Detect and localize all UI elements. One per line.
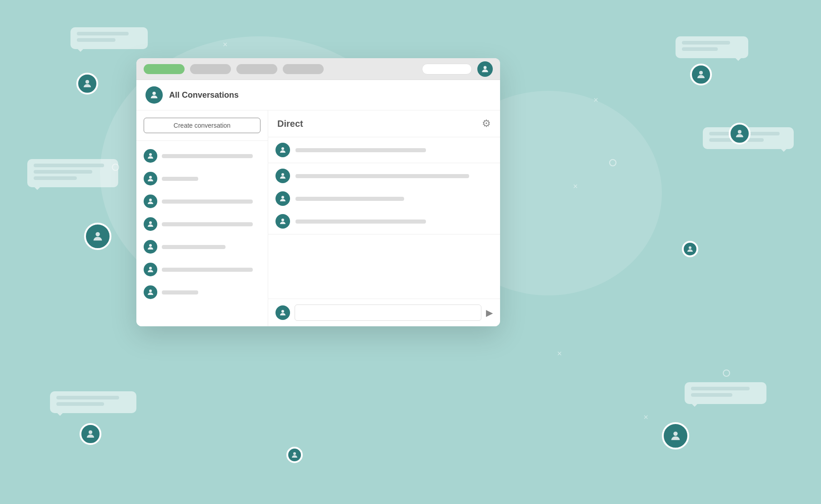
svg-point-5 xyxy=(689,246,691,249)
x-mark-1: × xyxy=(223,40,228,50)
app-window: All Conversations Create conversation xyxy=(136,58,500,326)
x-mark-5: × xyxy=(643,413,648,422)
sidebar-avatar-5 xyxy=(144,240,157,254)
dec-bubble-rb xyxy=(685,382,766,404)
sidebar-list xyxy=(136,141,268,326)
svg-point-0 xyxy=(85,80,89,84)
create-conversation-button[interactable]: Create conversation xyxy=(144,118,260,133)
header-avatar xyxy=(145,86,163,104)
message-row-3[interactable] xyxy=(268,186,500,209)
dec-bubble-lm xyxy=(27,159,118,187)
scene-avatar-4 xyxy=(690,64,712,85)
message-avatar-4 xyxy=(275,214,290,229)
sidebar-item-line-1 xyxy=(162,154,253,158)
main-content: Direct ⚙ xyxy=(268,110,500,326)
svg-point-2 xyxy=(89,430,92,434)
list-item[interactable] xyxy=(136,145,268,167)
svg-point-21 xyxy=(281,310,284,313)
list-item[interactable] xyxy=(136,258,268,281)
title-search-bar[interactable] xyxy=(422,64,472,75)
svg-point-17 xyxy=(281,147,284,150)
main-section-title: Direct xyxy=(277,119,303,129)
svg-point-10 xyxy=(149,153,152,156)
dec-bubble-tl xyxy=(70,27,148,49)
sidebar-item-line-3 xyxy=(162,200,253,204)
scene-avatar-7 xyxy=(662,422,689,449)
send-icon: ▶ xyxy=(486,307,493,318)
x-mark-2: × xyxy=(573,182,578,191)
sidebar-avatar-6 xyxy=(144,263,157,276)
scene-avatar-5 xyxy=(729,123,751,145)
list-item[interactable] xyxy=(136,213,268,235)
scene-avatar-6 xyxy=(682,241,698,257)
tab-3[interactable] xyxy=(236,64,277,74)
title-bar xyxy=(136,58,500,80)
message-row-2[interactable] xyxy=(268,163,500,186)
sidebar-item-line-7 xyxy=(162,290,198,294)
message-avatar-3 xyxy=(275,191,290,206)
window-inner: All Conversations Create conversation xyxy=(136,80,500,326)
svg-point-14 xyxy=(149,244,152,247)
list-item[interactable] xyxy=(136,190,268,213)
message-row-4[interactable] xyxy=(268,209,500,234)
tab-2[interactable] xyxy=(190,64,231,74)
messages-list xyxy=(268,137,500,299)
svg-point-13 xyxy=(149,221,152,224)
message-input[interactable] xyxy=(295,304,481,321)
header-title: All Conversations xyxy=(169,90,239,100)
list-item[interactable] xyxy=(136,281,268,304)
app-body: Create conversation xyxy=(136,110,500,326)
dec-bubble-rt xyxy=(676,36,748,58)
list-item[interactable] xyxy=(136,235,268,258)
message-avatar-2 xyxy=(275,169,290,183)
sidebar-avatar-2 xyxy=(144,172,157,185)
svg-point-15 xyxy=(149,267,152,269)
gear-icon: ⚙ xyxy=(482,118,491,129)
sidebar-item-line-2 xyxy=(162,177,198,181)
sidebar-item-line-6 xyxy=(162,268,253,272)
scene-avatar-1 xyxy=(76,73,98,95)
message-row-1[interactable] xyxy=(268,137,500,163)
input-row: ▶ xyxy=(268,299,500,326)
tab-1-active[interactable] xyxy=(144,64,185,74)
message-line-3 xyxy=(295,197,404,201)
svg-point-3 xyxy=(699,71,703,75)
svg-point-19 xyxy=(281,196,284,199)
main-header: Direct ⚙ xyxy=(268,110,500,137)
message-line-4 xyxy=(295,220,426,224)
sidebar: Create conversation xyxy=(136,110,268,326)
svg-point-9 xyxy=(152,92,155,95)
svg-point-12 xyxy=(149,199,152,201)
message-section-2 xyxy=(268,163,500,235)
sm-circle-2 xyxy=(609,159,616,166)
svg-point-6 xyxy=(673,432,677,436)
sidebar-header: Create conversation xyxy=(136,110,268,141)
svg-point-8 xyxy=(484,66,487,69)
send-button[interactable]: ▶ xyxy=(486,307,493,318)
settings-button[interactable]: ⚙ xyxy=(482,118,491,130)
sidebar-item-line-5 xyxy=(162,245,225,249)
svg-point-16 xyxy=(149,289,152,292)
message-section-1 xyxy=(268,137,500,163)
svg-point-7 xyxy=(293,452,296,455)
sidebar-avatar-3 xyxy=(144,195,157,208)
x-mark-3: × xyxy=(557,349,562,359)
dec-bubble-lb xyxy=(50,391,136,413)
title-bar-avatar xyxy=(477,61,493,77)
tab-4[interactable] xyxy=(283,64,324,74)
sidebar-item-line-4 xyxy=(162,222,253,226)
svg-point-11 xyxy=(149,176,152,179)
scene-avatar-3 xyxy=(80,423,101,445)
svg-point-20 xyxy=(281,219,284,221)
input-avatar xyxy=(275,305,290,320)
list-item[interactable] xyxy=(136,167,268,190)
message-line-2 xyxy=(295,174,469,178)
sidebar-avatar-1 xyxy=(144,149,157,163)
svg-point-18 xyxy=(281,173,284,176)
sidebar-avatar-4 xyxy=(144,217,157,231)
scene-avatar-8 xyxy=(286,447,303,463)
sidebar-avatar-7 xyxy=(144,285,157,299)
sm-circle-3 xyxy=(723,369,730,377)
scene-avatar-2 xyxy=(84,223,111,250)
message-avatar-1 xyxy=(275,143,290,157)
